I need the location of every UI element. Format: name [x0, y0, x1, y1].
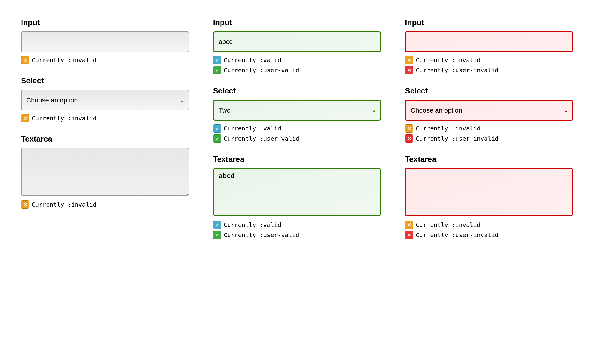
- status-item: ✕ Currently :user-invalid: [405, 134, 573, 143]
- select-wrapper-valid: Choose an option One Two Three ⌄: [213, 100, 381, 121]
- status-text: Currently :user-valid: [224, 231, 299, 239]
- status-item: ✓ Currently :user-valid: [213, 134, 381, 143]
- badge-orange-icon: ✕: [21, 56, 29, 64]
- status-item: ✓ Currently :valid: [213, 56, 381, 64]
- status-text: Currently :invalid: [416, 56, 480, 64]
- status-item: ✕ Currently :invalid: [405, 124, 573, 133]
- main-grid: Input ✕ Currently :invalid Select Choose…: [9, 9, 585, 251]
- status-item: ✕ Currently :invalid: [21, 200, 189, 209]
- badge-orange-icon: ✕: [405, 56, 413, 64]
- textarea-invalid[interactable]: [405, 168, 573, 216]
- textarea-neutral-statuses: ✕ Currently :invalid: [21, 200, 189, 209]
- select-wrapper-invalid: Choose an option One Two Three ⌄: [405, 100, 573, 121]
- textarea-container-invalid: [405, 168, 573, 217]
- status-text: Currently :valid: [224, 221, 281, 228]
- status-text: Currently :user-valid: [224, 135, 299, 142]
- textarea-section-valid: Textarea abcd ✓ Currently :valid ✓ Curre…: [213, 155, 381, 239]
- select-neutral-statuses: ✕ Currently :invalid: [21, 114, 189, 122]
- input-section-valid: Input ✓ Currently :valid ✓ Currently :us…: [213, 18, 381, 74]
- status-item: ✕ Currently :user-invalid: [405, 231, 573, 239]
- input-neutral[interactable]: [21, 31, 189, 52]
- badge-red-icon: ✕: [405, 134, 413, 143]
- select-wrapper-neutral: Choose an option One Two Three ⌄: [21, 90, 189, 110]
- input-invalid-statuses: ✕ Currently :invalid ✕ Currently :user-i…: [405, 56, 573, 74]
- badge-orange-icon: ✕: [405, 124, 413, 133]
- status-item: ✓ Currently :user-valid: [213, 231, 381, 239]
- textarea-container-neutral: [21, 148, 189, 197]
- textarea-neutral[interactable]: [21, 148, 189, 196]
- select-invalid[interactable]: Choose an option One Two Three: [405, 100, 573, 121]
- badge-orange-icon: ✕: [405, 221, 413, 229]
- status-text: Currently :invalid: [416, 125, 480, 132]
- column-neutral: Input ✕ Currently :invalid Select Choose…: [9, 9, 201, 251]
- select-section-valid: Select Choose an option One Two Three ⌄ …: [213, 86, 381, 143]
- badge-green-icon: ✓: [213, 231, 221, 239]
- status-text: Currently :user-invalid: [416, 135, 498, 142]
- status-text: Currently :invalid: [32, 56, 97, 64]
- select-label-valid: Select: [213, 86, 381, 96]
- textarea-label-valid: Textarea: [213, 155, 381, 164]
- column-invalid: Input ✕ Currently :invalid ✕ Currently :…: [393, 9, 585, 251]
- status-text: Currently :invalid: [32, 115, 97, 122]
- textarea-section-neutral: Textarea ✕ Currently :invalid: [21, 134, 189, 209]
- column-valid: Input ✓ Currently :valid ✓ Currently :us…: [201, 9, 393, 251]
- select-invalid-statuses: ✕ Currently :invalid ✕ Currently :user-i…: [405, 124, 573, 143]
- status-item: ✕ Currently :user-invalid: [405, 66, 573, 74]
- status-item: ✓ Currently :user-valid: [213, 66, 381, 74]
- select-neutral[interactable]: Choose an option One Two Three: [21, 90, 189, 110]
- textarea-invalid-statuses: ✕ Currently :invalid ✕ Currently :user-i…: [405, 221, 573, 239]
- input-invalid[interactable]: [405, 31, 573, 52]
- status-item: ✕ Currently :invalid: [21, 56, 189, 64]
- textarea-container-valid: abcd: [213, 168, 381, 217]
- status-text: Currently :invalid: [32, 201, 97, 208]
- badge-green-icon: ✓: [213, 66, 221, 74]
- input-section-neutral: Input ✕ Currently :invalid: [21, 18, 189, 64]
- badge-red-icon: ✕: [405, 231, 413, 239]
- status-text: Currently :user-invalid: [416, 231, 498, 239]
- input-label-invalid: Input: [405, 18, 573, 27]
- input-valid-statuses: ✓ Currently :valid ✓ Currently :user-val…: [213, 56, 381, 74]
- badge-green-icon: ✓: [213, 134, 221, 143]
- status-text: Currently :user-valid: [224, 67, 299, 74]
- textarea-label-invalid: Textarea: [405, 155, 573, 164]
- status-item: ✓ Currently :valid: [213, 221, 381, 229]
- badge-red-icon: ✕: [405, 66, 413, 74]
- textarea-label-neutral: Textarea: [21, 134, 189, 144]
- select-label-invalid: Select: [405, 86, 573, 96]
- badge-orange-icon: ✕: [21, 114, 29, 122]
- input-neutral-statuses: ✕ Currently :invalid: [21, 56, 189, 64]
- badge-blue-icon: ✓: [213, 56, 221, 64]
- textarea-section-invalid: Textarea ✕ Currently :invalid ✕ Currentl…: [405, 155, 573, 239]
- textarea-valid-statuses: ✓ Currently :valid ✓ Currently :user-val…: [213, 221, 381, 239]
- input-label-neutral: Input: [21, 18, 189, 27]
- badge-orange-icon: ✕: [21, 200, 29, 209]
- select-section-invalid: Select Choose an option One Two Three ⌄ …: [405, 86, 573, 143]
- input-valid[interactable]: [213, 31, 381, 52]
- status-item: ✓ Currently :valid: [213, 124, 381, 133]
- select-section-neutral: Select Choose an option One Two Three ⌄ …: [21, 76, 189, 122]
- status-text: Currently :valid: [224, 125, 281, 132]
- status-text: Currently :valid: [224, 56, 281, 64]
- input-label-valid: Input: [213, 18, 381, 27]
- badge-blue-icon: ✓: [213, 221, 221, 229]
- status-text: Currently :user-invalid: [416, 67, 498, 74]
- status-item: ✕ Currently :invalid: [405, 56, 573, 64]
- select-valid-statuses: ✓ Currently :valid ✓ Currently :user-val…: [213, 124, 381, 143]
- status-item: ✕ Currently :invalid: [21, 114, 189, 122]
- select-valid[interactable]: Choose an option One Two Three: [213, 100, 381, 121]
- input-section-invalid: Input ✕ Currently :invalid ✕ Currently :…: [405, 18, 573, 74]
- textarea-valid[interactable]: abcd: [213, 168, 381, 216]
- status-item: ✕ Currently :invalid: [405, 221, 573, 229]
- select-label-neutral: Select: [21, 76, 189, 85]
- badge-blue-icon: ✓: [213, 124, 221, 133]
- status-text: Currently :invalid: [416, 221, 480, 228]
